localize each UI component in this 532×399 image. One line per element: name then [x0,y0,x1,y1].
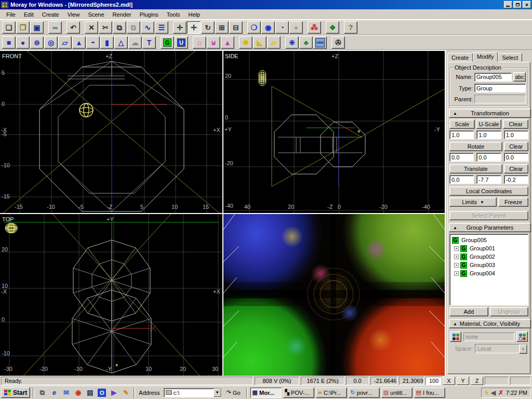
uscale-button[interactable]: U-Scale [476,119,502,129]
translate-y-input[interactable] [476,175,501,184]
create-udo-button[interactable]: UDO [313,36,327,49]
create-group-button[interactable]: G [161,36,174,49]
task-povray-button[interactable]: ↻povr... [349,388,380,398]
delete-button[interactable]: ✕ [85,21,98,34]
align-layers-button[interactable]: ☰ [155,21,168,34]
create-text-button[interactable]: T [142,36,156,49]
material-assign-button[interactable] [450,331,461,342]
tab-modify[interactable]: Modify [473,52,498,62]
viewport-front[interactable]: FRONT+Z-Z-X+X50-5-10-15-15-10-551015 [0,51,222,213]
offline-status-icon[interactable]: ✗ [498,390,503,396]
task-found-button[interactable]: ▤I fou... [414,388,445,398]
create-spot-light-button[interactable]: ◣ [253,36,267,49]
task-explorer-button[interactable]: ▰C:\Pr... [316,388,347,398]
pan-mode-button[interactable]: ✛ [187,21,201,34]
menu-tools[interactable]: Tools [163,10,184,19]
tree-item[interactable]: +GGroup002 [451,252,527,261]
freeze-button[interactable]: Freeze [498,197,528,207]
zoom-extents-button[interactable]: ⊟ [229,21,243,34]
axis-toggle-y[interactable]: Y [457,377,469,385]
menu-view[interactable]: View [63,10,84,19]
translate-button[interactable]: Translate [449,164,502,174]
scale-clear-button[interactable]: Clear [503,119,528,129]
task-untitled-button[interactable]: ▨untitl... [381,388,413,398]
sphere-point-edit-button[interactable]: ❍ [247,21,261,34]
menu-plugins[interactable]: Plugins [136,10,163,19]
save-file-button[interactable]: ▣ [30,21,44,34]
create-plane-button[interactable]: ▱ [58,36,72,49]
scale-z-input[interactable] [504,130,528,139]
axis-toggle-z[interactable]: Z [471,377,483,385]
create-sphere-button[interactable]: ● [16,36,30,49]
transformation-header[interactable]: ▲ Transformation [449,109,531,118]
scale-button[interactable]: Scale [449,119,475,129]
task-povray-render-button[interactable]: ▚POV-... [283,388,314,398]
tab-select[interactable]: Select [498,53,522,62]
create-hemisphere-button[interactable]: ◓ [86,36,100,49]
translate-clear-button[interactable]: Clear [504,164,528,174]
internet-explorer-icon[interactable]: e [49,388,59,398]
csg-object-button[interactable]: ⌂ [193,36,206,49]
tree-item[interactable]: +GGroup003 [451,261,527,269]
create-pyramid-button[interactable]: △ [114,36,128,49]
new-file-button[interactable]: ❏ [2,21,16,34]
menu-scene[interactable]: Scene [84,10,108,19]
sphere-bound-box-button[interactable]: ◉ [261,21,275,34]
rotate-mode-button[interactable]: ↻ [201,21,215,34]
viewport-top[interactable]: * TOP+Y-Y-X+X20100-10-30-20-10102030 [0,214,222,376]
copy-button[interactable]: ⧉ [113,21,126,34]
restore-button[interactable] [513,1,522,8]
spring-link-button[interactable]: ∿ [141,21,154,34]
menu-file[interactable]: File [2,10,20,19]
add-button[interactable]: Add [449,307,488,316]
rotate-z-input[interactable] [504,153,528,162]
name-input[interactable] [474,73,512,82]
axis-toggle-x[interactable]: X [443,377,455,385]
create-cube-button[interactable]: ■ [2,36,16,49]
sphere-drag-button[interactable]: ◔ [275,21,289,34]
translate-x-input[interactable] [449,175,474,184]
material-header[interactable]: ▲ Material, Color, Visibility [449,319,531,328]
menu-render[interactable]: Render [109,10,136,19]
limits-button[interactable]: Limits ▼ [449,197,497,207]
group-parameters-header[interactable]: ▲ Group Parameters [449,223,531,232]
rotate-x-input[interactable] [449,153,474,162]
msn-channels-icon[interactable]: ◉ [73,388,83,398]
zoom-window-button[interactable]: ⊞ [215,21,229,34]
outlook-express-icon[interactable]: ✉ [61,388,71,398]
menu-help[interactable]: Help [184,10,204,19]
start-button[interactable]: Start [1,387,30,398]
scale-x-input[interactable] [449,130,474,139]
open-file-button[interactable]: ❒ [16,21,30,34]
create-disc-button[interactable]: ⊜ [30,36,44,49]
help-button[interactable]: ? [344,21,357,34]
tree-expand-icon[interactable]: + [454,246,459,251]
create-bezier-patch-button[interactable]: ❈ [285,36,299,49]
paint-brush-icon[interactable]: ✎ [121,388,131,398]
material-browser-button[interactable]: ❖ [326,21,339,34]
render-preview-glasses-button[interactable]: ∞ [48,21,62,34]
viewport-side[interactable]: * SIDE+Z-Z+Y-Y200-20-4040200-20-40 [223,51,445,213]
create-area-light-button[interactable]: ▱ [267,36,281,49]
rotate-y-input[interactable] [476,153,501,162]
media-player-icon[interactable]: ▶ [109,388,119,398]
calculator-icon[interactable]: ▤ [85,388,95,398]
material-editor-button[interactable] [516,331,528,342]
create-plant-button[interactable]: ♣ [299,36,313,49]
tree-expand-icon[interactable]: + [454,263,459,268]
viewport-render-preview[interactable] [223,214,445,376]
local-coordinates-button[interactable]: Local Coordinates [449,187,528,196]
create-union-button[interactable]: U [175,36,188,49]
create-cone-button[interactable]: ▲ [72,36,86,49]
tree-item[interactable]: GGroup005 [451,236,527,244]
tree-expand-icon[interactable]: + [454,271,459,276]
menu-create[interactable]: Create [38,10,63,19]
address-input[interactable]: c:\▼ [164,388,222,397]
close-button[interactable]: × [523,1,531,8]
volume-icon[interactable]: ◀ [491,390,496,396]
scale-y-input[interactable] [476,130,501,139]
create-point-light-button[interactable]: ✹ [239,36,252,49]
menu-edit[interactable]: Edit [20,10,38,19]
address-dropdown-icon[interactable]: ▼ [214,389,221,397]
create-torus-button[interactable]: ◎ [44,36,58,49]
